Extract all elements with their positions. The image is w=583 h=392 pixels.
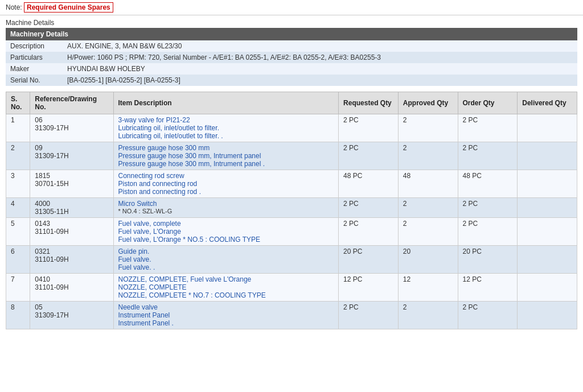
machine-row-value: AUX. ENGINE, 3, MAN B&W 6L23/30 (63, 40, 577, 52)
ref-cell: 0531309-17H (30, 302, 113, 329)
item-link[interactable]: NOZZLE, COMPLETE (118, 283, 187, 291)
item-link[interactable]: Pressure gauge hose 300 mm, Intrument pa… (118, 152, 261, 160)
delivered-qty-cell (518, 218, 577, 246)
delivered-qty-cell (518, 114, 577, 142)
delivered-qty-cell (518, 170, 577, 198)
requested-qty-cell: 20 PC (339, 246, 399, 274)
delivered-qty-cell (518, 274, 577, 302)
item-link[interactable]: Pressure gauge hose 300 mm (118, 144, 210, 152)
order-qty-cell: 2 PC (458, 114, 518, 142)
item-link[interactable]: Fuel valve. . (118, 263, 155, 271)
table-row: 20931309-17HPressure gauge hose 300 mmPr… (6, 142, 577, 170)
desc-cell: NOZZLE, COMPLETE, Fuel valve L'OrangeNOZ… (113, 274, 339, 302)
item-link[interactable]: Lubricating oil, inlet/outlet to filter. (118, 124, 219, 132)
order-qty-cell: 48 PC (458, 170, 518, 198)
order-qty-cell: 20 PC (458, 246, 518, 274)
desc-cell: Fuel valve, completeFuel valve, L'Orange… (113, 218, 339, 246)
machine-info-table: DescriptionAUX. ENGINE, 3, MAN B&W 6L23/… (6, 40, 577, 86)
requested-qty-cell: 2 PC (339, 218, 399, 246)
table-row: 10631309-17H3-way valve for PI21-22Lubri… (6, 114, 577, 142)
order-qty-cell: 12 PC (458, 274, 518, 302)
requested-qty-cell: 2 PC (339, 302, 399, 329)
ref-cell: 400031305-11H (30, 198, 113, 218)
item-link[interactable]: Piston and connecting rod (118, 180, 198, 188)
note-required: Required Genuine Spares (24, 2, 113, 13)
delivered-qty-cell (518, 142, 577, 170)
sno-cell: 3 (6, 170, 30, 198)
approved-qty-cell: 20 (398, 246, 458, 274)
requested-qty-cell: 48 PC (339, 170, 399, 198)
order-qty-cell: 2 PC (458, 198, 518, 218)
table-row: 4400031305-11HMicro Switch* NO.4 : SZL-W… (6, 198, 577, 218)
note-bar: Note: Required Genuine Spares (0, 0, 583, 15)
table-row: 80531309-17HNeedle valveInstrument Panel… (6, 302, 577, 329)
table-col-header: Item Description (113, 92, 339, 114)
desc-cell: Needle valveInstrument PanelInstrument P… (113, 302, 339, 329)
approved-qty-cell: 2 (398, 142, 458, 170)
table-row: 3181530701-15HConnecting rod screwPiston… (6, 170, 577, 198)
sno-cell: 8 (6, 302, 30, 329)
delivered-qty-cell (518, 302, 577, 329)
item-link[interactable]: Connecting rod screw (118, 172, 184, 180)
sno-cell: 1 (6, 114, 30, 142)
desc-cell: Connecting rod screwPiston and connectin… (113, 170, 339, 198)
machine-row-value: HYUNDAI B&W HOLEBY (63, 63, 577, 75)
item-link[interactable]: Piston and connecting rod . (118, 188, 201, 196)
item-link[interactable]: Pressure gauge hose 300 mm, Intrument pa… (118, 160, 265, 168)
sno-cell: 2 (6, 142, 30, 170)
approved-qty-cell: 2 (398, 218, 458, 246)
sno-cell: 7 (6, 274, 30, 302)
ref-cell: 181530701-15H (30, 170, 113, 198)
approved-qty-cell: 12 (398, 274, 458, 302)
requested-qty-cell: 2 PC (339, 114, 399, 142)
ref-cell: 0931309-17H (30, 142, 113, 170)
main-table-wrap: S. No.Reference/Drawing No.Item Descript… (0, 88, 583, 329)
table-col-header: Approved Qty (398, 92, 458, 114)
requested-qty-cell: 12 PC (339, 274, 399, 302)
item-link[interactable]: NOZZLE, COMPLETE * NO.7 : COOLING TYPE (118, 291, 266, 299)
table-row: 5014331101-09HFuel valve, completeFuel v… (6, 218, 577, 246)
item-link[interactable]: Fuel valve. (118, 255, 151, 263)
approved-qty-cell: 2 (398, 302, 458, 329)
ref-cell: 0631309-17H (30, 114, 113, 142)
item-link[interactable]: Fuel valve, L'Orange (118, 228, 181, 236)
sno-cell: 4 (6, 198, 30, 218)
item-link[interactable]: Instrument Panel (118, 311, 170, 319)
item-link[interactable]: Guide pin. (118, 247, 150, 255)
item-link[interactable]: Lubricating oil, inlet/outlet to filter.… (118, 132, 223, 140)
machine-details-label: Machine Details (6, 19, 577, 27)
table-row: 6032131101-09HGuide pin.Fuel valve.Fuel … (6, 246, 577, 274)
item-link[interactable]: Instrument Panel . (118, 319, 174, 327)
item-link[interactable]: Fuel valve, L'Orange * NO.5 : COOLING TY… (118, 236, 261, 244)
item-link[interactable]: NOZZLE, COMPLETE, Fuel valve L'Orange (118, 275, 252, 283)
table-header: S. No.Reference/Drawing No.Item Descript… (6, 92, 577, 114)
machinery-header: Machinery Details (6, 28, 577, 40)
table-col-header: Requested Qty (339, 92, 399, 114)
table-col-header: Delivered Qty (518, 92, 577, 114)
machine-info-row: DescriptionAUX. ENGINE, 3, MAN B&W 6L23/… (6, 40, 577, 52)
order-qty-cell: 2 PC (458, 142, 518, 170)
item-link[interactable]: Needle valve (118, 303, 158, 311)
machine-row-label: Description (6, 40, 63, 52)
item-link[interactable]: Micro Switch (118, 200, 157, 208)
delivered-qty-cell (518, 198, 577, 218)
item-link[interactable]: 3-way valve for PI21-22 (118, 116, 190, 124)
table-col-header: Reference/Drawing No. (30, 92, 113, 114)
machine-info-row: MakerHYUNDAI B&W HOLEBY (6, 63, 577, 75)
sno-cell: 5 (6, 218, 30, 246)
machine-row-label: Particulars (6, 52, 63, 63)
ref-cell: 014331101-09H (30, 218, 113, 246)
table-col-header: S. No. (6, 92, 30, 114)
item-link[interactable]: Fuel valve, complete (118, 220, 181, 228)
sno-cell: 6 (6, 246, 30, 274)
desc-cell: Pressure gauge hose 300 mmPressure gauge… (113, 142, 339, 170)
machine-info-row: ParticularsH/Power: 1060 PS ; RPM: 720, … (6, 52, 577, 63)
main-table: S. No.Reference/Drawing No.Item Descript… (6, 92, 577, 329)
approved-qty-cell: 2 (398, 198, 458, 218)
note-label: Note: (6, 3, 22, 11)
machine-row-label: Maker (6, 63, 63, 75)
desc-cell: 3-way valve for PI21-22Lubricating oil, … (113, 114, 339, 142)
machine-row-value: [BA-0255-1] [BA-0255-2] [BA-0255-3] (63, 75, 577, 86)
order-qty-cell: 2 PC (458, 302, 518, 329)
machine-info-row: Serial No.[BA-0255-1] [BA-0255-2] [BA-02… (6, 75, 577, 86)
